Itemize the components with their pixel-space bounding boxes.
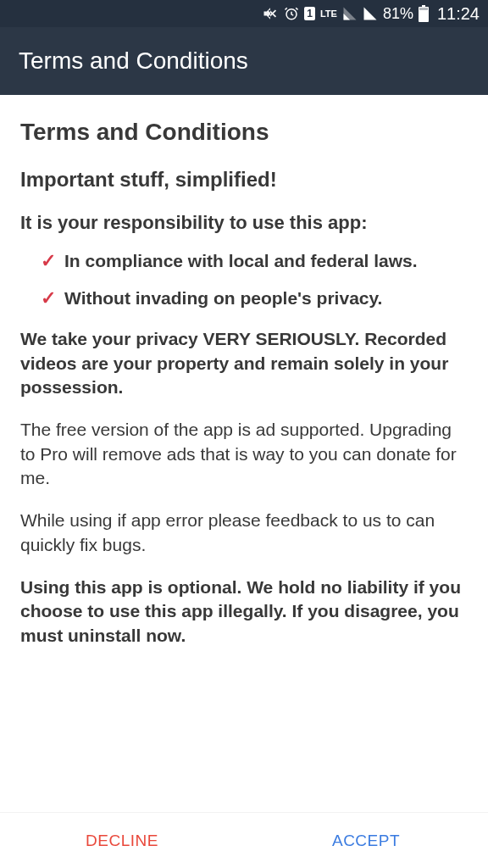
signal-1-icon: [342, 6, 358, 21]
list-item: ✓ Without invading on people's privacy.: [41, 288, 468, 309]
svg-rect-3: [419, 8, 428, 10]
list-item-text: In compliance with local and federal law…: [64, 251, 418, 271]
sim-indicator: 1: [304, 7, 315, 20]
app-bar: Terms and Conditions: [0, 27, 488, 95]
check-icon: ✓: [41, 251, 56, 271]
list-item: ✓ In compliance with local and federal l…: [41, 251, 468, 271]
page-title: Terms and Conditions: [20, 119, 468, 146]
terms-content: Terms and Conditions Important stuff, si…: [0, 95, 488, 812]
signal-2-icon: [363, 6, 378, 21]
subtitle: Important stuff, simplified!: [20, 168, 468, 192]
lte-indicator: LTE: [320, 9, 337, 19]
optional-paragraph: Using this app is optional. We hold no l…: [20, 576, 468, 648]
clock-time: 11:24: [437, 4, 480, 24]
mute-icon: [262, 5, 279, 22]
decline-button[interactable]: DECLINE: [0, 813, 244, 868]
check-icon: ✓: [41, 288, 56, 309]
privacy-paragraph: We take your privacy VERY SERIOUSLY. Rec…: [20, 327, 468, 399]
responsibility-list: ✓ In compliance with local and federal l…: [20, 251, 468, 309]
button-bar: DECLINE ACCEPT: [0, 812, 488, 868]
error-feedback-paragraph: While using if app error please feedback…: [20, 509, 468, 557]
battery-icon: [419, 5, 429, 22]
alarm-icon: [284, 6, 299, 21]
list-item-text: Without invading on people's privacy.: [64, 288, 382, 309]
app-bar-title: Terms and Conditions: [19, 47, 248, 74]
svg-rect-2: [422, 5, 425, 7]
free-version-paragraph: The free version of the app is ad suppor…: [20, 418, 468, 490]
accept-button[interactable]: ACCEPT: [244, 813, 488, 868]
responsibility-heading: It is your responsibility to use this ap…: [20, 212, 468, 234]
status-bar: 1 LTE 81% 11:24: [0, 0, 488, 27]
battery-percent: 81%: [383, 5, 413, 23]
